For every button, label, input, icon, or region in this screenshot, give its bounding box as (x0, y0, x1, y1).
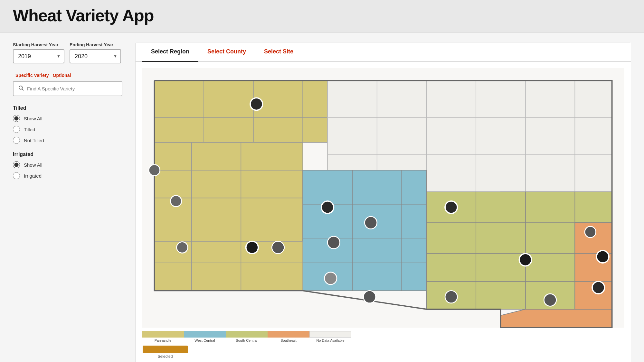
tabs: Select Region Select County Select Site (136, 42, 631, 62)
map-container: Panhandle West Central South Central Sou… (136, 62, 631, 362)
svg-point-57 (585, 227, 596, 238)
legend-southeast-box (268, 331, 309, 338)
app-title: Wheat Variety App (13, 6, 631, 25)
irrigated-label: Irrigated (13, 152, 122, 157)
ending-year-label: Ending Harvest Year (70, 42, 121, 47)
starting-year-group: Starting Harvest Year 2015201620172018 2… (13, 42, 64, 63)
tilled-radio-group: Show All Tilled Not Tilled (13, 115, 122, 144)
svg-point-50 (327, 236, 340, 248)
svg-line-1 (22, 89, 23, 90)
starting-year-wrapper: 2015201620172018 2019202020212022 (13, 49, 64, 63)
svg-point-42 (250, 98, 262, 110)
variety-section: Specific Variety Optional (13, 72, 122, 96)
legend-west-central-box (184, 331, 226, 338)
svg-point-49 (365, 217, 377, 229)
irrigated-show-all[interactable]: Show All (13, 161, 122, 168)
irrigated-radio-group: Show All Irrigated (13, 161, 122, 179)
tilled-yes-radio[interactable] (13, 126, 20, 133)
svg-point-46 (246, 241, 258, 254)
svg-marker-21 (303, 170, 426, 291)
legend-south-central: South Central (226, 331, 268, 342)
starting-year-select[interactable]: 2015201620172018 2019202020212022 (13, 49, 64, 63)
svg-point-43 (149, 165, 160, 176)
legend-no-data-box (309, 331, 351, 338)
irrigated-yes-radio[interactable] (13, 172, 20, 179)
header: Wheat Variety App (0, 0, 644, 32)
legend-selected: Selected (143, 346, 624, 359)
legend-panhandle-box (142, 331, 184, 338)
svg-point-53 (445, 201, 457, 213)
left-panel: Starting Harvest Year 2015201620172018 2… (13, 42, 122, 362)
irrigated-yes-label: Irrigated (24, 173, 42, 179)
tilled-no[interactable]: Not Tilled (13, 137, 122, 144)
legend-no-data: No Data Available (309, 331, 351, 342)
svg-point-47 (272, 241, 284, 254)
tilled-all-label: Show All (24, 116, 43, 121)
svg-point-58 (597, 251, 609, 263)
legend-southeast: Southeast (268, 331, 309, 342)
legend-panhandle: Panhandle (142, 331, 184, 342)
tilled-no-label: Not Tilled (24, 138, 44, 143)
svg-point-55 (445, 291, 457, 303)
irrigated-yes[interactable]: Irrigated (13, 172, 122, 179)
svg-point-48 (321, 201, 334, 213)
tilled-yes-label: Tilled (24, 127, 35, 132)
tilled-no-radio[interactable] (13, 137, 20, 144)
ending-year-wrapper: 2015201620172018 2019202020212022 (70, 49, 121, 63)
starting-year-label: Starting Harvest Year (13, 42, 64, 47)
ending-year-select[interactable]: 2015201620172018 2019202020212022 (70, 49, 121, 63)
irrigated-section: Irrigated Show All Irrigated (13, 152, 122, 179)
nebraska-map[interactable] (142, 68, 624, 329)
svg-point-44 (170, 196, 182, 207)
main-content: Starting Harvest Year 2015201620172018 2… (0, 32, 644, 362)
legend-selected-box (143, 346, 188, 353)
tab-site[interactable]: Select Site (255, 42, 302, 62)
variety-search-input[interactable] (27, 86, 117, 91)
tilled-label: Tilled (13, 105, 122, 111)
year-selectors: Starting Harvest Year 2015201620172018 2… (13, 42, 122, 63)
tab-region[interactable]: Select Region (142, 42, 198, 62)
tilled-section: Tilled Show All Tilled Not Tilled (13, 105, 122, 144)
right-panel: Select Region Select County Select Site (135, 42, 631, 362)
svg-point-51 (325, 272, 337, 284)
tilled-yes[interactable]: Tilled (13, 126, 122, 133)
variety-search-box[interactable] (13, 81, 122, 96)
tab-county[interactable]: Select County (198, 42, 255, 62)
ending-year-group: Ending Harvest Year 2015201620172018 201… (70, 42, 121, 63)
svg-point-52 (364, 291, 376, 303)
svg-point-59 (592, 282, 604, 294)
legend-south-central-box (226, 331, 268, 338)
svg-point-54 (519, 254, 532, 266)
variety-label: Specific Variety Optional (13, 72, 122, 78)
irrigated-all-label: Show All (24, 162, 43, 168)
legend-west-central: West Central (184, 331, 226, 342)
svg-point-45 (177, 242, 188, 253)
irrigated-all-radio[interactable] (13, 161, 20, 168)
svg-point-56 (544, 294, 556, 306)
legend-bar: Panhandle West Central South Central Sou… (142, 331, 624, 342)
svg-marker-37 (501, 309, 612, 328)
tilled-show-all[interactable]: Show All (13, 115, 122, 122)
search-icon (18, 85, 24, 92)
tilled-all-radio[interactable] (13, 115, 20, 122)
